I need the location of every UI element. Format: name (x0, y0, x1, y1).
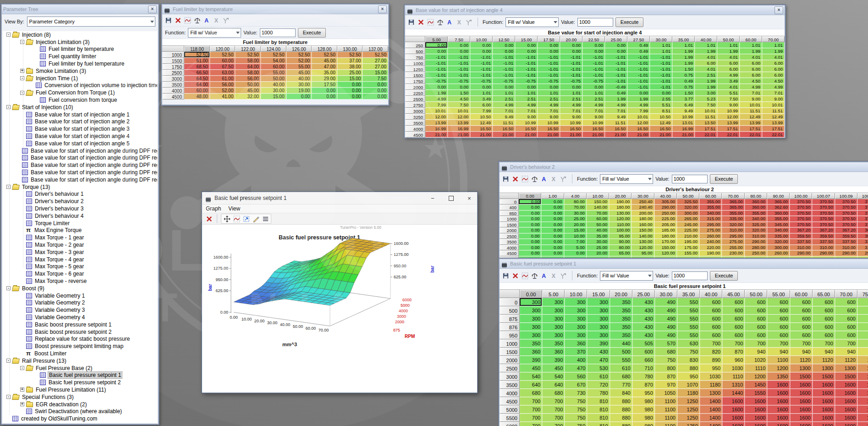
table-cell[interactable]: 1.01 (672, 42, 695, 48)
table-cell[interactable]: 7.01 (560, 108, 582, 114)
col-header[interactable]: 50.00 (717, 36, 740, 42)
table-cell[interactable]: 870 (722, 348, 745, 356)
table-cell[interactable]: -1.01 (627, 78, 650, 84)
table-cell[interactable]: 7.50 (363, 76, 388, 82)
tree-item[interactable]: -Injection Limitation (3) (3, 39, 157, 46)
col-header[interactable]: 20.00 (610, 290, 632, 298)
table-cell[interactable]: 1300 (790, 364, 813, 372)
table-cell[interactable]: -0.75 (470, 78, 493, 84)
table-cell[interactable]: 4.01 (695, 66, 717, 72)
table-cell[interactable]: 0.00 (564, 250, 587, 256)
table-cell[interactable]: 337.50 (790, 239, 812, 245)
col-header[interactable]: 15.00 (587, 290, 610, 298)
window-titlebar[interactable]: Basic fuel pressure setpoint 1 × (500, 259, 868, 269)
table-cell[interactable]: 600 (813, 298, 835, 306)
row-header[interactable]: 0 (500, 199, 519, 205)
table-cell[interactable]: 190.00 (699, 250, 722, 256)
table-cell[interactable]: 10.50 (650, 114, 672, 120)
table-cell[interactable]: 260.00 (767, 250, 790, 256)
table-cell[interactable]: 820 (700, 348, 722, 356)
table-cell[interactable]: 600 (857, 298, 868, 306)
table-cell[interactable]: 300 (542, 323, 565, 331)
table-cell[interactable]: 22.01 (740, 132, 762, 138)
save-icon[interactable] (164, 16, 172, 24)
tree-item[interactable]: Max Torque - 2 gear (3, 241, 157, 249)
pan-icon[interactable] (223, 215, 231, 223)
col-header[interactable]: 27.50 (627, 36, 650, 42)
table-cell[interactable]: 810 (587, 405, 610, 414)
table-cell[interactable]: 50.00 (587, 222, 609, 228)
row-header[interactable]: 500 (500, 306, 520, 315)
collapse-icon[interactable]: - (6, 105, 11, 109)
table-cell[interactable]: 41.00 (210, 94, 236, 100)
tree-item[interactable]: Conversion of injection volume to inject… (3, 82, 157, 89)
row-header[interactable]: 1000 (405, 60, 425, 66)
table-cell[interactable]: 54.00 (261, 58, 286, 64)
table-cell[interactable]: 15.00 (363, 70, 388, 76)
table-cell[interactable]: 12.00 (425, 114, 448, 120)
table-cell[interactable]: 600 (790, 298, 813, 306)
table-cell[interactable]: 810 (587, 414, 610, 422)
row-header[interactable]: 3500 (162, 82, 184, 88)
table-cell[interactable]: 1600 (857, 381, 868, 389)
table-cell[interactable]: 155.00 (677, 250, 699, 256)
table-cell[interactable]: 490 (655, 323, 677, 331)
tree-item[interactable]: Max Torque - 1 gear (3, 234, 157, 241)
table-cell[interactable]: 0.00 (519, 205, 541, 210)
table-cell[interactable]: 600 (857, 306, 868, 315)
table-cell[interactable]: 1600 (767, 422, 790, 426)
table-cell[interactable]: 1200 (767, 364, 790, 372)
row-header[interactable]: 3500 (500, 381, 520, 389)
surface-chart[interactable]: TunerPro - Version 5.00Basic fuel pressu… (203, 223, 476, 392)
table-cell[interactable]: 470 (565, 364, 587, 372)
tree-item[interactable]: Max Torque - 4 gear (3, 256, 157, 263)
table-cell[interactable]: 64.00 (184, 82, 210, 88)
row-header[interactable]: 1500 (500, 348, 520, 356)
table-cell[interactable]: 4.01 (762, 54, 785, 60)
table-cell[interactable]: 680 (520, 389, 542, 397)
table-cell[interactable]: 13.50 (695, 120, 717, 126)
col-header[interactable]: 50.00 (745, 290, 767, 298)
table-cell[interactable]: 1020 (745, 356, 767, 364)
table-cell[interactable]: -1.01 (627, 54, 650, 60)
tree-item[interactable]: Variable Geometry 2 (3, 299, 157, 306)
table-cell[interactable]: 260.00 (699, 233, 722, 239)
table-cell[interactable]: 600 (790, 323, 813, 331)
table-cell[interactable]: 980 (632, 397, 655, 405)
discard-icon[interactable] (417, 18, 425, 26)
execute-button[interactable]: Execute (710, 271, 738, 281)
x-axis-icon[interactable]: X (212, 16, 220, 24)
table-cell[interactable]: -0.49 (605, 84, 627, 90)
table-cell[interactable]: 600 (767, 323, 790, 331)
table-cell[interactable]: -1.01 (582, 72, 605, 78)
table-cell[interactable]: -1.01 (582, 60, 605, 66)
table-cell[interactable]: 52.50 (337, 52, 363, 58)
table-cell[interactable]: 16.50 (650, 126, 672, 132)
table-cell[interactable]: 300 (520, 298, 542, 306)
table-cell[interactable]: 700 (790, 339, 813, 348)
table-cell[interactable]: 600 (857, 323, 868, 331)
table-cell[interactable]: 21.00 (515, 132, 538, 138)
table-cell[interactable]: -1.01 (605, 72, 627, 78)
table-cell[interactable]: 21.00 (538, 132, 560, 138)
table-cell[interactable]: 1600 (835, 389, 857, 397)
table-cell[interactable]: -1.01 (425, 66, 448, 72)
table-cell[interactable]: 370.50 (790, 199, 812, 205)
table-cell[interactable]: 880 (677, 364, 700, 372)
table-cell[interactable]: 9.49 (672, 108, 695, 114)
col-header[interactable]: 35.00 (672, 36, 695, 42)
table-cell[interactable]: 16.50 (627, 126, 650, 132)
table-cell[interactable]: 180.00 (609, 205, 632, 210)
table-cell[interactable]: -1.01 (627, 84, 650, 90)
table-cell[interactable]: -0.75 (560, 78, 582, 84)
table-cell[interactable]: -1.01 (515, 66, 538, 72)
tree-item[interactable]: -Special Functions (3) (3, 393, 157, 401)
table-cell[interactable]: 1180 (700, 381, 722, 389)
table-cell[interactable]: 140.00 (587, 205, 609, 210)
table-cell[interactable]: 0.00 (493, 48, 515, 54)
table-cell[interactable]: 32.00 (235, 94, 261, 100)
table-cell[interactable]: 1030 (722, 364, 745, 372)
table-cell[interactable]: 0.00 (560, 84, 582, 90)
table-cell[interactable]: 600 (767, 315, 790, 323)
table-cell[interactable]: 38.00 (337, 64, 363, 70)
